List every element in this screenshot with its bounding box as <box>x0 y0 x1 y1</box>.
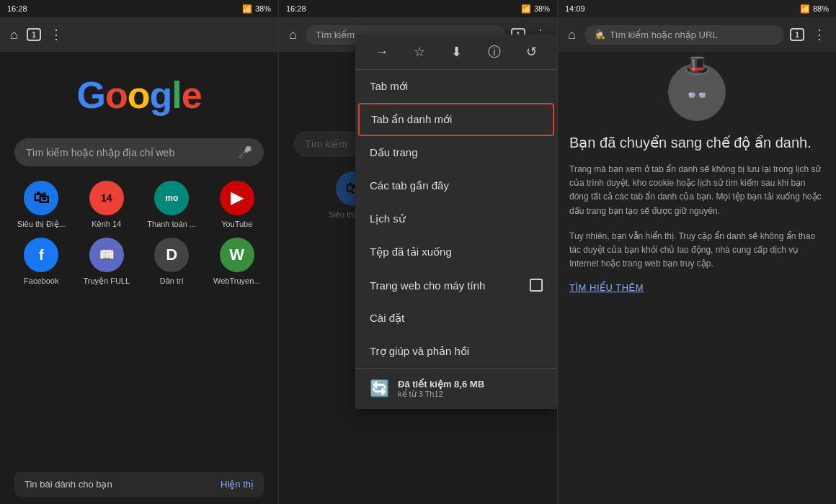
shortcut-facebook[interactable]: f Facebook <box>14 238 68 286</box>
shortcuts-grid-1: 🛍 Siêu thị Điệ... 14 Kênh 14 mo Thanh to… <box>14 181 264 286</box>
shortcut-momo[interactable]: mo Thanh toán ... <box>145 181 199 229</box>
shortcut-icon-sieu-thi: 🛍 <box>24 181 58 215</box>
menu-item-recent-tabs[interactable]: Các tab gần đây <box>355 169 557 202</box>
savings-icon: 🔄 <box>370 379 389 398</box>
status-icons-3: 📶 88% <box>800 4 829 14</box>
battery-text-1: 38% <box>255 4 271 13</box>
home-icon-1[interactable]: ⌂ <box>7 24 21 45</box>
refresh-icon[interactable]: ↺ <box>526 44 537 60</box>
bookmark-icon[interactable]: ☆ <box>414 44 425 60</box>
shortcut-label-webtruyen: WebTruyen... <box>213 276 260 285</box>
panel-1: 16:28 📶 38% ⌂ 1 ⋮ Google Tìm kiếm hoặc n… <box>0 0 278 504</box>
incognito-title: Bạn đã chuyển sang chế độ ẩn danh. <box>569 132 824 153</box>
savings-info: Đã tiết kiệm 8,6 MB kể từ 3 Th12 <box>398 379 484 399</box>
shortcut-dantri[interactable]: D Dân trí <box>145 238 199 286</box>
incognito-glasses-icon: 👓 <box>685 84 708 107</box>
shortcut-youtube[interactable]: ▶ YouTube <box>210 181 264 229</box>
status-bar-1: 16:28 📶 38% <box>0 0 278 17</box>
menu-item-downloads[interactable]: Tệp đã tải xuống <box>355 235 557 269</box>
incognito-desc2: Tuy nhiên, bạn vẫn hiển thị. Truy cập ẩn… <box>569 230 824 271</box>
shortcut-kenh14[interactable]: 14 Kênh 14 <box>80 181 134 229</box>
wifi-icon-3: 📶 <box>800 4 810 14</box>
tab-count-3[interactable]: 1 <box>790 28 804 41</box>
incognito-bar-icon: 🕵 <box>595 30 605 40</box>
shortcut-label-sieu-thi: Siêu thị Điệ... <box>17 220 66 229</box>
menu-item-help-label: Trợ giúp và phản hồi <box>370 345 469 358</box>
shortcut-truyen[interactable]: 📖 Truyện FULL <box>80 238 134 286</box>
status-time-2: 16:28 <box>286 4 306 13</box>
battery-text-3: 88% <box>813 4 829 13</box>
menu-icon-3[interactable]: ⋮ <box>810 24 829 45</box>
menu-item-incognito[interactable]: Tab ẩn danh mới <box>358 103 554 136</box>
browser-content-1: Google Tìm kiếm hoặc nhập địa chỉ web 🎤 … <box>0 52 278 504</box>
download-icon[interactable]: ⬇ <box>451 44 462 60</box>
learn-more-link[interactable]: TÌM HIỂU THÊM <box>569 282 824 293</box>
shortcut-icon-webtruyen: W <box>220 238 254 272</box>
shortcut-label-youtube: YouTube <box>221 220 252 228</box>
incognito-avatar: 🎩 👓 <box>668 63 726 121</box>
status-time-3: 14:09 <box>565 4 585 13</box>
url-placeholder-3: Tìm kiếm hoặc nhập URL <box>610 30 774 40</box>
shortcut-icon-kenh14: 14 <box>89 181 124 215</box>
dropdown-toolbar: → ☆ ⬇ ⓘ ↺ <box>355 35 557 70</box>
search-bar-1[interactable]: Tìm kiếm hoặc nhập địa chỉ web 🎤 <box>14 138 264 166</box>
shortcut-label-dantri: Dân trí <box>160 276 184 285</box>
shortcut-label-momo: Thanh toán ... <box>147 220 196 228</box>
menu-item-recent-tabs-label: Các tab gần đây <box>370 179 449 192</box>
menu-item-desktop-site[interactable]: Trang web cho máy tính <box>355 269 557 302</box>
menu-item-help[interactable]: Trợ giúp và phản hồi <box>355 335 557 368</box>
shortcut-label-kenh14: Kênh 14 <box>92 220 121 228</box>
status-bar-3: 14:09 📶 88% <box>558 0 836 17</box>
browser-toolbar-3: ⌂ 🕵 Tìm kiếm hoặc nhập URL 1 ⋮ <box>558 17 836 52</box>
menu-item-desktop-site-label: Trang web cho máy tính <box>370 279 485 292</box>
incognito-hat-icon: 🎩 <box>685 53 710 77</box>
shortcut-label-facebook: Facebook <box>24 276 58 285</box>
search-placeholder-1: Tìm kiếm hoặc nhập địa chỉ web <box>26 147 231 158</box>
mic-icon-1[interactable]: 🎤 <box>238 145 252 159</box>
news-action-1[interactable]: Hiện thị <box>221 479 254 490</box>
menu-item-downloads-label: Tệp đã tải xuống <box>370 246 452 258</box>
savings-sub: kể từ 3 Th12 <box>398 390 484 399</box>
desktop-site-checkbox[interactable] <box>530 279 543 292</box>
menu-item-history-label: Lịch sử <box>370 212 406 225</box>
status-time-1: 16:28 <box>7 4 27 13</box>
panel-2: 16:28 📶 38% ⌂ Tìm kiếm 1 ⋮ Tìm kiếm 🛍 Si… <box>279 0 557 504</box>
shortcut-icon-dantri: D <box>154 238 189 272</box>
dropdown-menu: → ☆ ⬇ ⓘ ↺ Tab mới Tab ẩn danh mới Dấu tr… <box>355 35 557 409</box>
wifi-icon: 📶 <box>242 4 252 14</box>
battery-text-2: 38% <box>534 4 550 13</box>
forward-icon[interactable]: → <box>375 45 388 60</box>
shortcut-icon-truyen: 📖 <box>89 238 124 272</box>
shortcut-sieu-thi[interactable]: 🛍 Siêu thị Điệ... <box>14 181 68 229</box>
google-logo: Google <box>76 73 201 117</box>
shortcut-icon-momo: mo <box>154 181 189 215</box>
shortcut-label-truyen: Truyện FULL <box>83 276 130 286</box>
panel-3: 14:09 📶 88% ⌂ 🕵 Tìm kiếm hoặc nhập URL 1… <box>558 0 836 504</box>
menu-item-bookmark[interactable]: Dấu trang <box>355 136 557 169</box>
tab-count-1[interactable]: 1 <box>27 28 41 41</box>
savings-label: Đã tiết kiệm 8,6 MB <box>398 379 484 390</box>
status-icons-1: 📶 38% <box>242 4 271 14</box>
menu-item-incognito-label: Tab ẩn danh mới <box>371 113 452 126</box>
menu-item-new-tab-label: Tab mới <box>370 80 408 93</box>
menu-item-new-tab[interactable]: Tab mới <box>355 70 557 103</box>
home-icon-3[interactable]: ⌂ <box>565 24 579 45</box>
status-bar-2: 16:28 📶 38% <box>279 0 557 17</box>
browser-toolbar-1: ⌂ 1 ⋮ <box>0 17 278 52</box>
news-label-1: Tin bài dành cho bạn <box>25 479 112 490</box>
shortcut-icon-facebook: f <box>24 238 58 272</box>
news-bar-1: Tin bài dành cho bạn Hiện thị <box>14 472 264 497</box>
address-bar-3[interactable]: 🕵 Tìm kiếm hoặc nhập URL <box>584 25 784 45</box>
menu-icon-1[interactable]: ⋮ <box>47 24 66 45</box>
menu-item-history[interactable]: Lịch sử <box>355 202 557 235</box>
incognito-desc: Trang mà bạn xem ở tab ẩn danh sẽ không … <box>569 163 824 218</box>
incognito-content: 🎩 👓 Bạn đã chuyển sang chế độ ẩn danh. T… <box>558 52 836 504</box>
info-icon[interactable]: ⓘ <box>488 43 501 60</box>
shortcut-webtruyen[interactable]: W WebTruyen... <box>210 238 264 286</box>
menu-item-bookmark-label: Dấu trang <box>370 146 418 159</box>
home-icon-2[interactable]: ⌂ <box>286 24 300 45</box>
shortcut-icon-youtube: ▶ <box>220 181 254 215</box>
status-icons-2: 📶 38% <box>521 4 550 14</box>
dropdown-savings: 🔄 Đã tiết kiệm 8,6 MB kể từ 3 Th12 <box>355 368 557 409</box>
menu-item-settings[interactable]: Cài đặt <box>355 302 557 335</box>
